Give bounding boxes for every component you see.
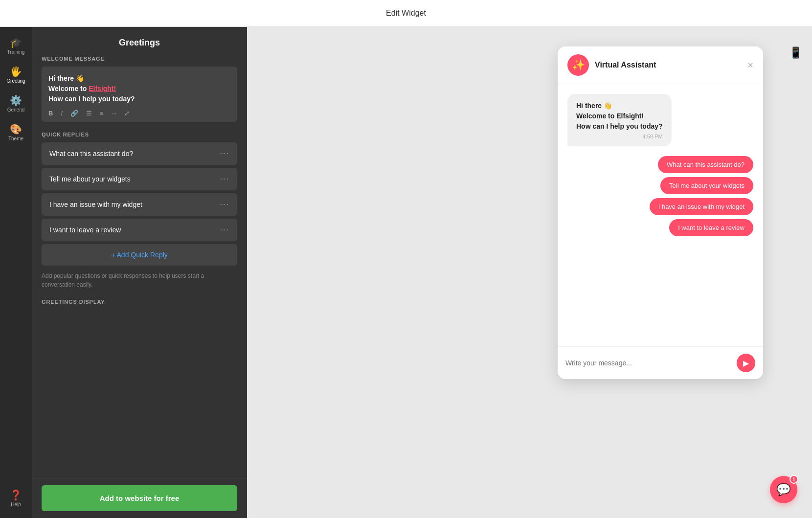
left-panel-bottom: Add to website for free [32,478,247,518]
chat-quick-reply-1[interactable]: What can this assistant do? [658,156,753,173]
sidebar-label-training: Training [7,49,25,55]
quick-reply-bubbles: What can this assistant do? Tell me abou… [567,156,753,236]
left-panel: Greetings WELCOME MESSAGE Hi there 👋 Wel… [32,27,247,518]
toolbar-expand[interactable]: ⤢ [122,109,132,118]
chat-input[interactable] [565,359,732,367]
quick-reply-dots-1[interactable]: ··· [220,149,229,158]
chat-close-button[interactable]: × [747,60,753,70]
welcome-text: Hi there 👋 Welcome to Elfsight! How can … [48,73,230,104]
message-time: 4:58 PM [576,134,663,139]
sidebar-item-theme[interactable]: 🎨 Theme [0,118,32,147]
toolbar-link[interactable]: 🔗 [68,109,80,118]
chat-line1: Hi there 👋 [576,101,663,111]
welcome-message-box[interactable]: Hi there 👋 Welcome to Elfsight! How can … [42,67,237,122]
chat-line2: Welcome to Elfsight! [576,111,663,121]
add-to-website-button[interactable]: Add to website for free [42,485,237,511]
chat-send-button[interactable]: ▶ [737,354,755,372]
welcome-message-bubble: Hi there 👋 Welcome to Elfsight! How can … [567,94,672,146]
quick-replies-section: QUICK REPLIES What can this assistant do… [42,132,237,266]
sidebar-label-help: Help [11,502,21,507]
welcome-message-label: WELCOME MESSAGE [42,56,237,62]
chat-welcome-text: Hi there 👋 Welcome to Elfsight! How can … [576,101,663,132]
sidebar-label-greeting: Greeting [6,78,25,84]
greeting-icon: 🖐️ [10,67,22,76]
quick-reply-dots-2[interactable]: ··· [220,175,229,183]
chat-messages: Hi there 👋 Welcome to Elfsight! How can … [558,84,763,346]
mobile-icon[interactable]: 📱 [789,46,802,59]
sidebar-item-training[interactable]: 🎓 Training [0,32,32,61]
quick-reply-dots-3[interactable]: ··· [220,200,229,209]
top-bar: Edit Widget [0,0,812,27]
quick-reply-item-4[interactable]: I want to leave a review ··· [42,219,237,241]
quick-reply-text-1: What can this assistant do? [49,150,133,158]
general-icon: ⚙️ [10,95,22,105]
chat-quick-reply-2[interactable]: Tell me about your widgets [660,177,753,194]
quick-reply-text-4: I want to leave a review [49,226,121,234]
help-icon: ❓ [10,490,22,500]
welcome-line2-prefix: Welcome to [48,85,89,92]
toolbar-italic[interactable]: I [59,109,65,118]
main-content: 🎓 Training 🖐️ Greeting ⚙️ General 🎨 Them… [0,27,812,518]
sidebar-label-theme: Theme [8,136,23,141]
sidebar-item-help[interactable]: ❓ Help [6,484,26,513]
helper-text: Add popular questions or quick responses… [42,271,237,289]
toolbar-list2[interactable]: ≡ [98,109,106,118]
floating-chat-button[interactable]: 💬 1 [770,476,797,503]
welcome-line1: Hi there 👋 [48,73,230,84]
quick-reply-item-2[interactable]: Tell me about your widgets ··· [42,168,237,190]
toolbar-more[interactable]: ··· [110,109,119,118]
send-icon: ▶ [743,359,749,368]
avatar-emoji: ✨ [572,59,585,71]
quick-reply-item-1[interactable]: What can this assistant do? ··· [42,142,237,165]
chat-quick-reply-4[interactable]: I want to leave a review [669,219,753,236]
sidebar-item-greeting[interactable]: 🖐️ Greeting [0,61,32,90]
sidebar-item-general[interactable]: ⚙️ General [0,90,32,118]
theme-icon: 🎨 [10,124,22,134]
quick-reply-item-3[interactable]: I have an issue with my widget ··· [42,193,237,216]
welcome-line2-highlight: Elfsight! [89,85,116,92]
welcome-line2: Welcome to Elfsight! [48,84,230,94]
add-quick-reply-button[interactable]: + Add Quick Reply [42,244,237,266]
toolbar-bold[interactable]: B [46,109,55,118]
quick-reply-text-3: I have an issue with my widget [49,201,142,208]
sidebar: 🎓 Training 🖐️ Greeting ⚙️ General 🎨 Them… [0,27,32,518]
chat-quick-reply-3[interactable]: I have an issue with my widget [650,198,753,215]
training-icon: 🎓 [10,38,22,47]
chat-input-area: ▶ [558,346,763,379]
chat-widget: ✨ Virtual Assistant × Hi there 👋 Welcome… [558,46,763,379]
left-panel-content: WELCOME MESSAGE Hi there 👋 Welcome to El… [32,56,247,478]
add-quick-reply-label: + Add Quick Reply [111,251,168,259]
page-title: Edit Widget [386,9,426,18]
floating-chat-icon: 💬 [776,483,791,496]
greetings-display-label: GREETINGS DISPLAY [42,299,237,305]
left-panel-title: Greetings [32,27,247,56]
welcome-line3: How can I help you today? [48,94,230,104]
quick-replies-label: QUICK REPLIES [42,132,237,137]
chat-avatar: ✨ [567,54,589,76]
notification-badge: 1 [789,475,798,484]
welcome-toolbar: B I 🔗 ☰ ≡ ··· ⤢ [46,109,132,118]
chat-line3: How can I help you today? [576,121,663,132]
sidebar-label-general: General [7,107,25,113]
chat-header: ✨ Virtual Assistant × [558,46,763,84]
quick-reply-text-2: Tell me about your widgets [49,175,131,183]
quick-reply-dots-4[interactable]: ··· [220,225,229,234]
chat-title: Virtual Assistant [595,61,742,69]
preview-area: 📱 ✨ Virtual Assistant × Hi there 👋 Welco… [247,27,812,518]
toolbar-list1[interactable]: ☰ [84,109,94,118]
